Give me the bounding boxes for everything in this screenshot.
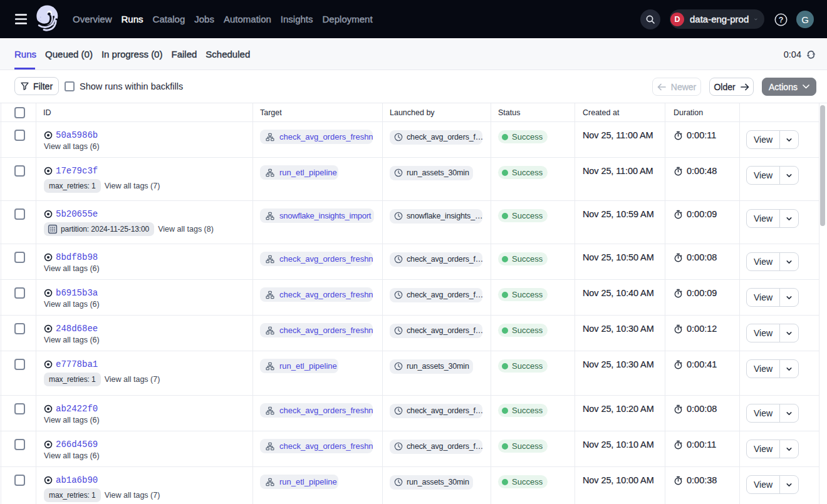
svg-text:?: ?: [779, 16, 784, 24]
